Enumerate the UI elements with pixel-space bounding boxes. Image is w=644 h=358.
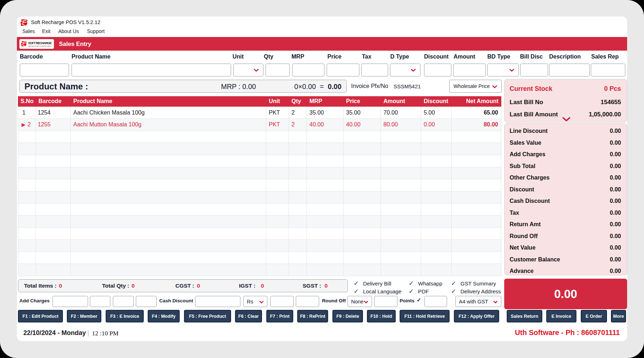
svg-text:EASY BILLING AND UNLIMITED SAV: EASY BILLING AND UNLIMITED SAVING xyxy=(28,45,52,47)
svg-text:SOFT RECHARGE: SOFT RECHARGE xyxy=(28,41,52,45)
